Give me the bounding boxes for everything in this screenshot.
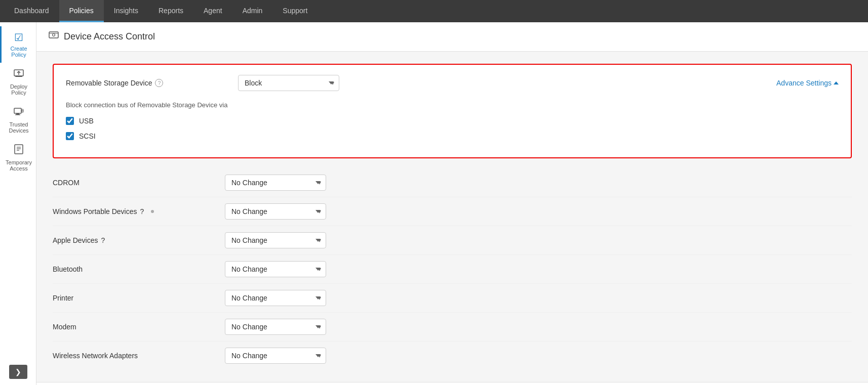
svg-rect-4 — [16, 113, 19, 114]
usb-checkbox[interactable] — [66, 117, 74, 125]
select-wrapper-printer: No ChangeBlockAllowRead Only — [225, 290, 326, 306]
nav-policies[interactable]: Policies — [59, 0, 104, 22]
scsi-checkbox[interactable] — [66, 132, 74, 140]
select-cdrom[interactable]: No ChangeBlockAllowRead Only — [225, 175, 326, 191]
sidebar-item-temporary-access[interactable]: Temporary Access — [0, 139, 36, 177]
help-icon-apple-devices[interactable]: ? — [101, 236, 105, 244]
svg-rect-5 — [15, 114, 20, 115]
main-content: Device Access Control Removable Storage … — [36, 22, 868, 385]
device-row-windows-portable: Windows Portable Devices? No ChangeBlock… — [53, 197, 852, 226]
device-row-modem: Modem No ChangeBlockAllowRead Only — [53, 313, 852, 341]
deploy-policy-icon — [13, 68, 24, 81]
svg-rect-8 — [15, 145, 23, 154]
select-printer[interactable]: No ChangeBlockAllowRead Only — [225, 290, 326, 306]
sidebar-label-trusted-devices: Trusted Devices — [4, 121, 34, 134]
svg-rect-3 — [14, 108, 21, 113]
removable-storage-header: Removable Storage Device ? No Change Blo… — [66, 75, 839, 91]
sidebar: ☑ Create Policy Deploy Policy — [0, 22, 36, 385]
svg-point-13 — [53, 34, 55, 36]
temporary-access-icon — [13, 144, 24, 157]
nav-insights[interactable]: Insights — [104, 0, 148, 22]
select-wrapper-wireless-network: No ChangeBlockAllowRead Only — [225, 348, 326, 364]
help-icon-windows-portable[interactable]: ? — [140, 207, 144, 216]
select-windows-portable[interactable]: No ChangeBlockAllowRead Only — [225, 203, 326, 220]
device-rows: CDROM No ChangeBlockAllowRead Only Windo… — [53, 168, 852, 370]
content-area: Removable Storage Device ? No Change Blo… — [36, 52, 868, 382]
scsi-checkbox-row: SCSI — [66, 132, 839, 140]
device-label-cdrom: CDROM — [53, 179, 225, 187]
page-header: Device Access Control — [36, 22, 868, 52]
svg-rect-1 — [15, 76, 22, 77]
top-nav: Dashboard Policies Insights Reports Agen… — [0, 0, 868, 22]
select-wrapper-apple-devices: No ChangeBlockAllowRead Only — [225, 232, 326, 248]
select-wrapper-cdrom: No ChangeBlockAllowRead Only — [225, 175, 326, 191]
select-bluetooth[interactable]: No ChangeBlockAllowRead Only — [225, 261, 326, 277]
chevron-up-icon — [834, 81, 839, 84]
usb-checkbox-row: USB — [66, 117, 839, 125]
device-label-wireless-network: Wireless Network Adapters — [53, 352, 225, 360]
select-wrapper-modem: No ChangeBlockAllowRead Only — [225, 319, 326, 335]
svg-rect-12 — [49, 32, 58, 38]
sidebar-item-create-policy[interactable]: ☑ Create Policy — [0, 26, 36, 63]
device-label-modem: Modem — [53, 323, 225, 331]
dot-windows-portable — [151, 210, 154, 213]
removable-storage-select-wrapper: No Change Block Allow Read Only — [238, 75, 339, 91]
select-modem[interactable]: No ChangeBlockAllowRead Only — [225, 319, 326, 335]
removable-storage-select[interactable]: No Change Block Allow Read Only — [238, 75, 339, 91]
device-label-printer: Printer — [53, 294, 225, 302]
nav-support[interactable]: Support — [272, 0, 318, 22]
trusted-devices-icon — [13, 106, 24, 119]
select-apple-devices[interactable]: No ChangeBlockAllowRead Only — [225, 232, 326, 248]
device-row-bluetooth: Bluetooth No ChangeBlockAllowRead Only — [53, 255, 852, 284]
removable-storage-panel: Removable Storage Device ? No Change Blo… — [53, 64, 852, 158]
usb-label: USB — [79, 117, 94, 125]
nav-agent[interactable]: Agent — [193, 0, 232, 22]
removable-storage-label: Removable Storage Device ? — [66, 79, 238, 87]
sidebar-toggle-button[interactable]: ❯ — [9, 365, 27, 379]
nav-reports[interactable]: Reports — [148, 0, 193, 22]
device-label-bluetooth: Bluetooth — [53, 265, 225, 273]
page-header-icon — [49, 30, 59, 43]
select-wrapper-windows-portable: No ChangeBlockAllowRead Only — [225, 203, 326, 220]
nav-admin[interactable]: Admin — [232, 0, 273, 22]
sidebar-label-temporary-access: Temporary Access — [4, 159, 34, 172]
create-policy-icon: ☑ — [14, 31, 23, 44]
removable-storage-help-icon[interactable]: ? — [155, 79, 163, 87]
page-title: Device Access Control — [64, 31, 155, 42]
sidebar-label-deploy-policy: Deploy Policy — [4, 83, 34, 96]
device-row-cdrom: CDROM No ChangeBlockAllowRead Only — [53, 168, 852, 197]
scsi-label: SCSI — [79, 132, 96, 140]
select-wrapper-bluetooth: No ChangeBlockAllowRead Only — [225, 261, 326, 277]
sidebar-item-trusted-devices[interactable]: Trusted Devices — [0, 101, 36, 139]
sidebar-item-deploy-policy[interactable]: Deploy Policy — [0, 63, 36, 101]
device-row-printer: Printer No ChangeBlockAllowRead Only — [53, 284, 852, 313]
block-desc: Block connection bus of Removable Storag… — [66, 101, 839, 109]
device-row-wireless-network: Wireless Network Adapters No ChangeBlock… — [53, 341, 852, 370]
device-label-apple-devices: Apple Devices? — [53, 236, 225, 244]
advance-settings-link[interactable]: Advance Settings — [776, 79, 839, 87]
device-label-windows-portable: Windows Portable Devices? — [53, 207, 225, 216]
select-wireless-network[interactable]: No ChangeBlockAllowRead Only — [225, 348, 326, 364]
sidebar-label-create-policy: Create Policy — [4, 46, 34, 58]
nav-dashboard[interactable]: Dashboard — [4, 0, 59, 22]
device-row-apple-devices: Apple Devices? No ChangeBlockAllowRead O… — [53, 226, 852, 255]
footer: © Copyright 2020, ZOHO Corp. CSDN @Manag… — [36, 382, 868, 385]
